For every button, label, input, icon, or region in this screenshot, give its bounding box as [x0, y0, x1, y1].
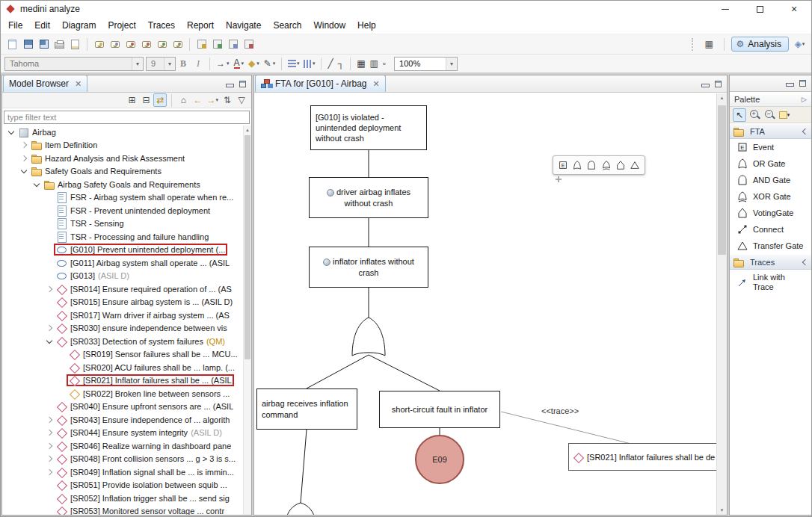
snap-toggle[interactable]: ▥ — [367, 56, 380, 71]
tree-expand-arrow[interactable] — [43, 456, 55, 461]
orthogonal-route-tool[interactable]: ┐ — [336, 56, 347, 71]
tree-item-sr044-ensure-system-in[interactable]: [SR044] Ensure system integrity(ASIL D) — [2, 427, 243, 440]
event-gate-icon[interactable]: E — [558, 160, 568, 170]
close-button[interactable]: × — [777, 1, 811, 17]
tree-item-g013[interactable]: [G013](ASIL D) — [2, 270, 243, 283]
page-bounds-toggle[interactable]: ▫ — [381, 56, 388, 71]
tree-item-sr046-realize-warning[interactable]: [SR046] Realize warning in dashboard pan… — [2, 439, 243, 453]
back-button[interactable]: ← — [191, 93, 204, 107]
comment-resolve-icon[interactable] — [155, 37, 169, 52]
comment-next-icon[interactable] — [139, 37, 153, 52]
tree-expand-arrow[interactable] — [5, 131, 16, 134]
tree-item-tsr-sensing[interactable]: TSR - Sensing — [2, 217, 243, 231]
fta-top-event-node[interactable]: [G010] is violated - unintended deployme… — [310, 105, 427, 150]
palette-drawer-fta[interactable]: FTA — [730, 123, 811, 139]
font-family-combo[interactable]: Tahoma ▾ — [4, 57, 144, 71]
tree-item-sr017-warn-driver-if-a[interactable]: [SR017] Warn driver if airbag system ...… — [2, 309, 243, 322]
fta-intermediate-node-1[interactable]: driver airbag inflates without crash — [309, 177, 428, 218]
other-perspective-button[interactable]: ◈ ▾ — [793, 37, 807, 52]
transfer-gate-icon[interactable] — [630, 160, 640, 170]
tree-scrollbar[interactable]: ▲ — [243, 126, 251, 515]
tree-expand-arrow[interactable] — [43, 444, 55, 448]
font-color-tool[interactable]: A▾ — [232, 56, 247, 71]
model-browser-tab[interactable]: Model Browser ✕ — [3, 75, 87, 92]
align-tool[interactable]: ▾ — [286, 57, 301, 71]
bold-button[interactable]: B — [176, 56, 191, 71]
lock-icon[interactable] — [194, 37, 209, 52]
editor-scrollbar[interactable]: ▲ ▼ — [716, 93, 727, 515]
save-all-icon[interactable] — [37, 37, 51, 52]
menu-report[interactable]: Report — [181, 18, 220, 33]
home-button[interactable]: ⌂ — [176, 93, 190, 107]
fta-diagram-canvas[interactable]: [G010] is violated - unintended deployme… — [254, 93, 716, 515]
minimize-button[interactable] — [708, 1, 742, 17]
menu-search[interactable]: Search — [267, 18, 307, 33]
palette-item-connect[interactable]: Connect — [730, 221, 811, 238]
note-tool[interactable]: ▾ — [778, 108, 791, 122]
tree-item-tsr-processing-and-fai[interactable]: TSR - Processing and failure handling — [2, 230, 243, 244]
palette-item-event[interactable]: EEvent — [730, 139, 811, 155]
menu-diagram[interactable]: Diagram — [56, 18, 102, 33]
filter-input[interactable] — [4, 111, 250, 124]
tree-item-g010-prevent-unintende[interactable]: [G010] Prevent unintended deployment (..… — [2, 244, 243, 257]
save-icon[interactable] — [21, 37, 35, 52]
tree-item-sr022-broken-line-betw[interactable]: [SR022] Broken line between sensors ... — [2, 387, 243, 400]
close-icon[interactable]: ✕ — [373, 79, 380, 89]
palette-item-link-with-trace[interactable]: Link with Trace — [730, 270, 811, 295]
fta-intermediate-node-2[interactable]: inflator inflates without crash — [309, 247, 428, 288]
zoom-in-tool[interactable] — [748, 108, 761, 122]
tree-expand-arrow[interactable] — [18, 156, 29, 161]
palette-header[interactable]: Palette ▷ — [730, 92, 811, 107]
tree-item-sr019-sensor-failures[interactable]: [SR019] Sensor failures shall be ... MCU… — [2, 348, 243, 362]
or-gate-icon[interactable] — [572, 160, 582, 170]
tree-item-fsr-airbag-system-shal[interactable]: FSR - Airbag system shall operate when r… — [2, 191, 243, 205]
view-menu-button[interactable]: ▽ — [235, 93, 248, 107]
tree-expand-arrow[interactable] — [18, 143, 29, 147]
tree-item-sr043-ensure-independe[interactable]: [SR043] Ensure independence of ... algor… — [2, 413, 243, 427]
tree-expand-arrow[interactable] — [43, 418, 55, 422]
new-model-icon[interactable] — [5, 37, 19, 52]
collapse-palette-icon[interactable]: ▷ — [802, 96, 807, 103]
maximize-view-icon[interactable] — [715, 81, 722, 87]
tree-item-sr049-inflation-signal[interactable]: [SR049] Inflation signal shall be ... is… — [2, 465, 243, 479]
palette-item-transfer-gate[interactable]: Transfer Gate — [730, 238, 811, 254]
link-with-editor-button[interactable]: ⇄ — [153, 93, 167, 107]
menu-project[interactable]: Project — [102, 18, 141, 33]
menu-traces[interactable]: Traces — [142, 18, 181, 33]
zoom-combo[interactable]: 100% ▾ — [394, 57, 458, 71]
fta-basic-node-left[interactable]: airbag receives inflation command — [256, 388, 357, 430]
and-gate-icon[interactable] — [586, 160, 597, 170]
comment-show-icon[interactable] — [108, 37, 122, 52]
tree-item-sr040-ensure-upfront-s[interactable]: [SR040] Ensure upfront sensors are ... (… — [2, 400, 243, 414]
comment-prev-icon[interactable] — [123, 37, 138, 52]
tree-item-sr033-detection-of-sys[interactable]: [SR033] Detection of system failures(QM) — [2, 335, 243, 348]
tree-expand-arrow[interactable] — [43, 430, 55, 435]
analysis-perspective-button[interactable]: ⚙ Analysis — [731, 37, 789, 52]
quick-palette-handle[interactable] — [556, 176, 562, 182]
distribute-tool[interactable]: ▾ — [302, 57, 316, 71]
scrollbar-thumb[interactable] — [718, 105, 726, 255]
palette-item-and-gate[interactable]: AND Gate — [730, 172, 811, 188]
menu-navigate[interactable]: Navigate — [220, 18, 267, 33]
maximize-button[interactable] — [742, 1, 777, 17]
trace-target-node[interactable]: [SR021] Inflator failures shall be de — [568, 443, 716, 471]
scrollbar-thumb[interactable] — [244, 135, 250, 359]
comment-add-icon[interactable] — [92, 37, 106, 52]
font-size-combo[interactable]: 9 ▾ — [146, 57, 176, 71]
report-gen-icon[interactable] — [242, 37, 256, 52]
comment-user-icon[interactable] — [170, 37, 185, 52]
tree-item-sr051-provide-isolatio[interactable]: [SR051] Provide isolation between squib … — [2, 479, 243, 492]
zoom-out-tool[interactable] — [763, 108, 776, 122]
tree-expand-arrow[interactable] — [31, 183, 42, 186]
menu-file[interactable]: File — [2, 18, 28, 33]
tree-item-safety-goals-and-require[interactable]: Safety Goals and Requirements — [2, 165, 243, 179]
palette-item-xor-gate[interactable]: XOR Gate — [730, 188, 811, 205]
print-icon[interactable] — [52, 37, 67, 52]
palette-item-or-gate[interactable]: OR Gate — [730, 155, 811, 172]
selection-tool[interactable]: ↖ — [733, 108, 746, 122]
menu-window[interactable]: Window — [307, 18, 351, 33]
fta-editor-tab[interactable]: FTA for [G010] - Airbag ✕ — [255, 75, 386, 92]
scroll-down-icon[interactable]: ▼ — [717, 506, 727, 515]
fta-basic-node-right[interactable]: short-circuit fault in inflator — [379, 391, 500, 428]
sort-button[interactable]: ⇅ — [221, 93, 234, 107]
